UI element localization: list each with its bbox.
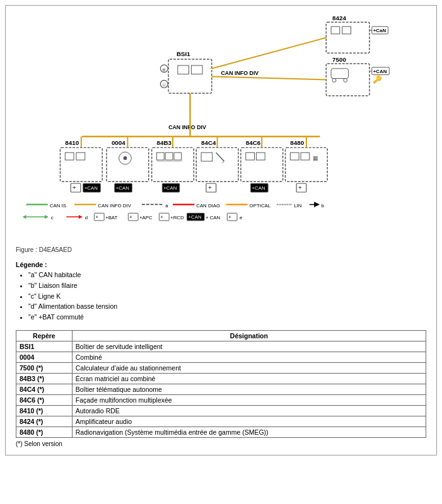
table-row: BSI1Boîtier de servitude intelligent: [16, 341, 426, 352]
table-cell-repere: 8480 (*): [16, 427, 73, 437]
table-cell-repere: 84B3 (*): [16, 373, 73, 384]
table-row: 8480 (*)Radionavigation (Système multimé…: [16, 427, 426, 437]
table-cell-designation: Boîtier télématique autonome: [72, 384, 426, 394]
svg-text:🔑: 🔑: [373, 75, 382, 84]
table-row: 8424 (*)Amplificateur audio: [16, 416, 426, 427]
table-cell-designation: Boîtier de servitude intelligent: [72, 341, 426, 352]
legende-list: "a" CAN habitacle "b" Liaison filaire "c…: [28, 270, 426, 323]
table-cell-designation: Amplificateur audio: [72, 416, 426, 427]
legende-title: Légende :: [16, 261, 426, 268]
svg-text:+: +: [129, 214, 132, 220]
svg-text:b: b: [321, 203, 324, 209]
svg-text:8424: 8424: [332, 14, 346, 21]
table-cell-designation: Écran matriciel au combiné: [72, 373, 426, 384]
svg-text:+: +: [298, 184, 302, 191]
figure-label: Figure : D4EA5AED: [16, 246, 426, 253]
svg-text:⊕: ⊕: [162, 67, 166, 72]
table-cell-repere: 0004: [16, 352, 73, 362]
svg-text:+: +: [95, 214, 98, 220]
svg-text:a: a: [165, 203, 168, 209]
svg-text:+CAN: +CAN: [373, 69, 387, 74]
svg-text:7500: 7500: [332, 56, 346, 63]
legende-item-5: "e" +BAT commuté: [28, 312, 426, 323]
svg-text:CAN IS: CAN IS: [50, 203, 66, 209]
table-cell-repere: 8410 (*): [16, 405, 73, 416]
svg-text:84C6: 84C6: [246, 139, 261, 146]
table-row: 8410 (*)Autoradio RDE: [16, 405, 426, 416]
svg-text:+CAN: +CAN: [163, 185, 177, 191]
svg-text:+CAN: +CAN: [116, 185, 129, 191]
diagram-area: BSI1 ⊕ ☺ CAN INFO DIV 8424 +CaN 750: [11, 11, 431, 244]
svg-text:CAN INFO DIV: CAN INFO DIV: [168, 124, 206, 130]
info-table: Repère Désignation BSI1Boîtier de servit…: [16, 330, 426, 438]
svg-marker-94: [45, 215, 49, 219]
svg-text:+: +: [208, 184, 212, 191]
diagram-svg: BSI1 ⊕ ☺ CAN INFO DIV 8424 +CaN 750: [11, 11, 431, 244]
table-cell-designation: Autoradio RDE: [72, 405, 426, 416]
table-cell-repere: 7500 (*): [16, 362, 73, 373]
svg-text:8480: 8480: [290, 139, 304, 146]
svg-text:+: +: [228, 214, 231, 220]
svg-text:84C4: 84C4: [201, 139, 216, 146]
table-cell-repere: 8424 (*): [16, 416, 73, 427]
svg-line-25: [212, 38, 326, 69]
legende-item-1: "a" CAN habitacle: [28, 270, 426, 280]
svg-text:▦: ▦: [313, 155, 318, 161]
svg-text:OPTICAL: OPTICAL: [250, 203, 271, 209]
legende-item-4: "d" Alimentation basse tension: [28, 301, 426, 312]
svg-text:+BAT: +BAT: [105, 215, 117, 220]
svg-text:☺: ☺: [161, 82, 166, 88]
col-header-repere: Repère: [16, 330, 73, 341]
svg-text:d: d: [85, 215, 88, 220]
table-cell-repere: BSI1: [16, 341, 73, 352]
table-cell-designation: Radionavigation (Système multimédia entr…: [72, 427, 426, 437]
svg-text:0004: 0004: [112, 139, 125, 146]
svg-text:84B3: 84B3: [156, 139, 172, 146]
svg-text:LIN: LIN: [294, 203, 302, 209]
main-container: BSI1 ⊕ ☺ CAN INFO DIV 8424 +CaN 750: [5, 5, 437, 455]
table-row: 84C4 (*)Boîtier télématique autonome: [16, 384, 426, 394]
col-header-designation: Désignation: [72, 330, 426, 341]
svg-text:+CAN: +CAN: [84, 185, 98, 191]
table-row: 7500 (*)Calculateur d'aide au stationnem…: [16, 362, 426, 373]
table-row: 84B3 (*)Écran matriciel au combiné: [16, 373, 426, 384]
figure-label-area: Figure : D4EA5AED: [11, 244, 431, 258]
table-row: 0004Combiné: [16, 352, 426, 362]
svg-text:+CAN: +CAN: [252, 185, 265, 191]
svg-rect-0: [168, 59, 212, 93]
svg-line-26: [212, 77, 326, 80]
svg-text:e: e: [240, 215, 242, 220]
svg-text:BSI1: BSI1: [177, 50, 190, 57]
table-cell-repere: 84C6 (*): [16, 394, 73, 405]
table-cell-designation: Combiné: [72, 352, 426, 362]
table-row: 84C6 (*)Façade multifonction multiplexée: [16, 394, 426, 405]
svg-marker-97: [79, 215, 83, 219]
svg-text:c: c: [51, 215, 54, 220]
svg-text:+CaN: +CaN: [373, 28, 387, 33]
svg-text:+: +: [73, 184, 76, 191]
legende-item-3: "c" Ligne K: [28, 291, 426, 302]
svg-text:+ CAN: + CAN: [206, 215, 221, 220]
svg-text:CAN INFO DIV: CAN INFO DIV: [98, 203, 131, 209]
svg-text:+CAN: +CAN: [189, 214, 202, 220]
svg-text:CAN INFO DIV: CAN INFO DIV: [221, 70, 259, 76]
svg-point-42: [124, 156, 127, 160]
table-cell-designation: Calculateur d'aide au stationnement: [72, 362, 426, 373]
svg-text:+RCD: +RCD: [170, 215, 184, 220]
svg-text:+: +: [160, 214, 163, 220]
legende-area: Légende : "a" CAN habitacle "b" Liaison …: [11, 258, 431, 325]
table-cell-repere: 84C4 (*): [16, 384, 73, 394]
table-cell-designation: Façade multifonction multiplexée: [72, 394, 426, 405]
svg-text:+APC: +APC: [139, 215, 153, 220]
svg-marker-93: [23, 215, 26, 219]
legende-item-2: "b" Liaison filaire: [28, 280, 426, 291]
svg-text:CAN DIAG: CAN DIAG: [196, 203, 220, 209]
table-footnote: (*) Selon version: [16, 440, 426, 447]
svg-text:8410: 8410: [65, 139, 79, 146]
